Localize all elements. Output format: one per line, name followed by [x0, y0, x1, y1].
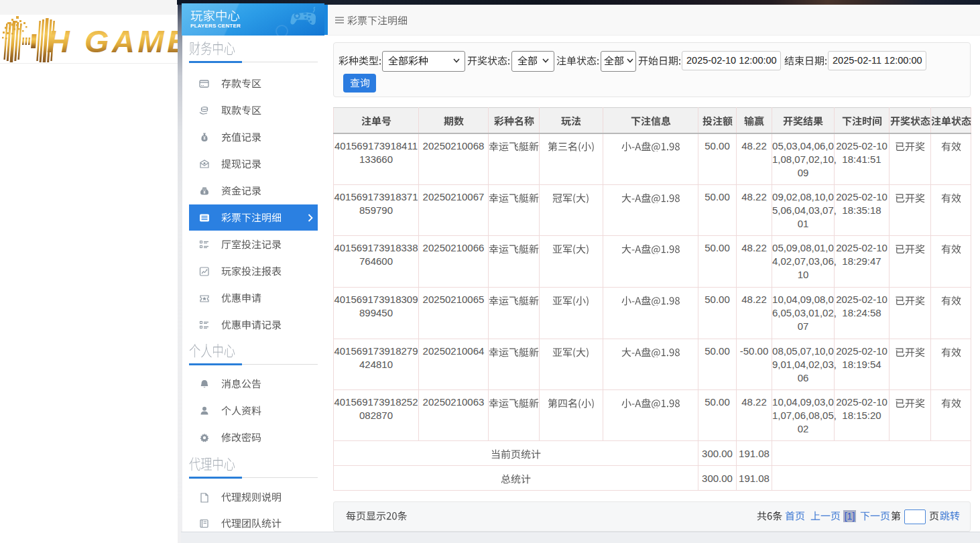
svg-text:H GAME: H GAME	[47, 23, 178, 59]
